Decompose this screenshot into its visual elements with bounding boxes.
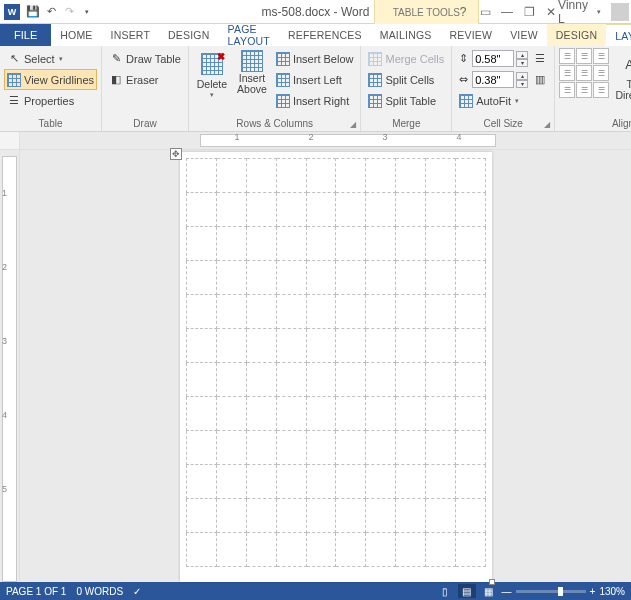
zoom-level[interactable]: 130% xyxy=(599,586,625,597)
table-cell[interactable] xyxy=(187,261,217,295)
table-row[interactable] xyxy=(187,159,486,193)
table-cell[interactable] xyxy=(306,193,336,227)
table-cell[interactable] xyxy=(366,431,396,465)
zoom-thumb[interactable] xyxy=(558,587,563,596)
zoom-out-icon[interactable]: ― xyxy=(502,586,512,597)
table-row[interactable] xyxy=(187,499,486,533)
table-cell[interactable] xyxy=(336,261,366,295)
tab-insert[interactable]: INSERT xyxy=(102,24,160,46)
table-cell[interactable] xyxy=(456,499,486,533)
table-cell[interactable] xyxy=(246,329,276,363)
user-menu-icon[interactable]: ▾ xyxy=(589,3,609,21)
table-cell[interactable] xyxy=(426,227,456,261)
table-cell[interactable] xyxy=(456,295,486,329)
table-cell[interactable] xyxy=(216,227,246,261)
table-cell[interactable] xyxy=(246,227,276,261)
table-cell[interactable] xyxy=(276,329,306,363)
table-cell[interactable] xyxy=(426,329,456,363)
table-cell[interactable] xyxy=(336,465,366,499)
table-cell[interactable] xyxy=(276,431,306,465)
print-layout-icon[interactable]: ▤ xyxy=(458,584,476,598)
table-cell[interactable] xyxy=(246,295,276,329)
table-cell[interactable] xyxy=(276,159,306,193)
word-count[interactable]: 0 WORDS xyxy=(76,586,123,597)
table-cell[interactable] xyxy=(187,159,217,193)
table-cell[interactable] xyxy=(187,227,217,261)
table-cell[interactable] xyxy=(426,193,456,227)
table-cell[interactable] xyxy=(426,363,456,397)
help-icon[interactable]: ? xyxy=(453,3,473,21)
table-cell[interactable] xyxy=(336,431,366,465)
table-cell[interactable] xyxy=(336,329,366,363)
user-name[interactable]: Vinny L xyxy=(563,3,583,21)
table-cell[interactable] xyxy=(426,499,456,533)
zoom-slider[interactable] xyxy=(516,590,586,593)
table-cell[interactable] xyxy=(366,261,396,295)
spellcheck-icon[interactable]: ✓ xyxy=(133,586,141,597)
table-cell[interactable] xyxy=(396,431,426,465)
tab-design[interactable]: DESIGN xyxy=(159,24,218,46)
table-row[interactable] xyxy=(187,533,486,567)
table-cell[interactable] xyxy=(366,159,396,193)
tab-page-layout[interactable]: PAGE LAYOUT xyxy=(219,24,279,46)
save-icon[interactable]: 💾 xyxy=(26,5,40,19)
autofit-button[interactable]: AutoFit▾ xyxy=(456,90,528,111)
stepper-down-icon[interactable]: ▾ xyxy=(516,59,528,67)
column-width-input[interactable] xyxy=(472,71,514,88)
tab-references[interactable]: REFERENCES xyxy=(279,24,371,46)
table-cell[interactable] xyxy=(187,329,217,363)
tab-view[interactable]: VIEW xyxy=(501,24,547,46)
table-cell[interactable] xyxy=(366,363,396,397)
table-cell[interactable] xyxy=(246,431,276,465)
table-row[interactable] xyxy=(187,261,486,295)
table-cell[interactable] xyxy=(246,499,276,533)
table-cell[interactable] xyxy=(216,295,246,329)
table-cell[interactable] xyxy=(396,499,426,533)
draw-table-button[interactable]: ✎Draw Table xyxy=(106,48,184,69)
insert-right-button[interactable]: Insert Right xyxy=(273,90,357,111)
eraser-button[interactable]: ◧Eraser xyxy=(106,69,184,90)
table-cell[interactable] xyxy=(246,363,276,397)
minimize-icon[interactable]: ― xyxy=(497,3,517,21)
table-cell[interactable] xyxy=(396,227,426,261)
web-layout-icon[interactable]: ▦ xyxy=(480,584,498,598)
read-mode-icon[interactable]: ▯ xyxy=(436,584,454,598)
delete-button[interactable]: ✖ Delete ▾ xyxy=(193,48,231,101)
split-table-button[interactable]: Split Table xyxy=(365,90,447,111)
tab-table-design[interactable]: DESIGN xyxy=(547,24,606,46)
insert-left-button[interactable]: Insert Left xyxy=(273,69,357,90)
table-cell[interactable] xyxy=(456,465,486,499)
document-table[interactable] xyxy=(186,158,486,567)
insert-below-button[interactable]: Insert Below xyxy=(273,48,357,69)
table-cell[interactable] xyxy=(306,533,336,567)
tab-table-layout[interactable]: LAYOUT xyxy=(606,24,631,46)
ribbon-options-icon[interactable]: ▭ xyxy=(475,3,495,21)
table-cell[interactable] xyxy=(366,397,396,431)
table-cell[interactable] xyxy=(276,193,306,227)
table-row[interactable] xyxy=(187,227,486,261)
table-cell[interactable] xyxy=(276,499,306,533)
column-width-spinner[interactable]: ⇔ ▴▾ xyxy=(456,69,528,90)
stepper-down-icon[interactable]: ▾ xyxy=(516,80,528,88)
table-cell[interactable] xyxy=(187,397,217,431)
table-row[interactable] xyxy=(187,465,486,499)
row-height-spinner[interactable]: ⇕ ▴▾ xyxy=(456,48,528,69)
table-cell[interactable] xyxy=(306,261,336,295)
table-cell[interactable] xyxy=(246,261,276,295)
table-cell[interactable] xyxy=(366,329,396,363)
table-cell[interactable] xyxy=(336,397,366,431)
table-cell[interactable] xyxy=(276,363,306,397)
table-cell[interactable] xyxy=(366,465,396,499)
table-cell[interactable] xyxy=(456,329,486,363)
row-height-input[interactable] xyxy=(472,50,514,67)
merge-cells-button[interactable]: Merge Cells xyxy=(365,48,447,69)
table-cell[interactable] xyxy=(216,363,246,397)
table-cell[interactable] xyxy=(396,261,426,295)
table-cell[interactable] xyxy=(456,363,486,397)
table-cell[interactable] xyxy=(306,499,336,533)
table-cell[interactable] xyxy=(187,363,217,397)
distribute-rows-button[interactable]: ☰ xyxy=(530,48,550,69)
table-cell[interactable] xyxy=(396,295,426,329)
table-cell[interactable] xyxy=(456,261,486,295)
text-direction-button[interactable]: A→ Text Direction xyxy=(611,48,631,103)
